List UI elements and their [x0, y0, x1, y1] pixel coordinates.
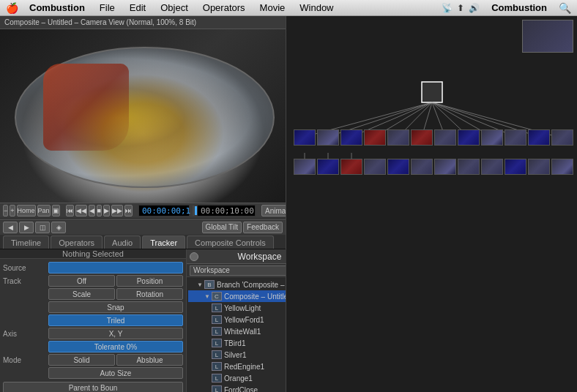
layer-icon-8: L — [212, 385, 222, 392]
layer-icon-5: L — [212, 350, 222, 359]
menu-edit[interactable]: Edit — [124, 1, 152, 15]
fit-btn[interactable]: ▣ — [52, 205, 60, 216]
triled-btn[interactable]: Triled — [48, 314, 183, 326]
menu-movie[interactable]: Movie — [254, 1, 291, 15]
source-value-btn[interactable] — [48, 262, 183, 274]
node-thumb2-12[interactable] — [551, 159, 573, 175]
node-mini-preview — [522, 20, 573, 53]
node-thumb-5[interactable] — [387, 129, 409, 146]
tree-layer-fordclose: FordClose — [224, 386, 258, 393]
node-thumb-7[interactable] — [434, 129, 456, 146]
go-end-btn[interactable]: ⏭ — [124, 205, 133, 216]
menubar-right: 📡 ⬆ 🔊 Combustion 🔍 — [442, 1, 571, 15]
node-area[interactable]: ↖ — [286, 16, 577, 392]
xy-btn[interactable]: X, Y — [48, 328, 183, 339]
menu-file[interactable]: File — [94, 1, 121, 15]
play-btn[interactable]: ▶ — [103, 205, 110, 216]
back-btn[interactable]: ◀ — [89, 205, 95, 216]
tab-audio[interactable]: Audio — [104, 235, 141, 249]
node-thumb2-5[interactable] — [387, 159, 409, 175]
node-thumb2-11[interactable] — [528, 159, 550, 175]
layer-icon-7: L — [212, 374, 222, 382]
menu-window[interactable]: Window — [294, 1, 339, 15]
nothing-selected-label: Nothing Selected — [0, 249, 186, 259]
node-thumb-10[interactable] — [505, 129, 526, 146]
scale-btn[interactable]: Scale — [48, 288, 115, 300]
tree-layer-yellowford: YellowFord1 — [224, 316, 264, 324]
menu-object[interactable]: Object — [155, 1, 194, 15]
blank-label5 — [3, 367, 47, 379]
parent-btn[interactable]: Parent to Boun — [3, 382, 183, 392]
node-thumb2-4[interactable] — [364, 159, 386, 175]
timecode-current[interactable]: 00:00:00;1 — [138, 205, 190, 216]
menu-operators[interactable]: Operators — [197, 1, 251, 15]
zoom-in-btn[interactable]: + — [10, 205, 15, 216]
step-fwd-btn[interactable]: ▶▶ — [111, 205, 123, 216]
nav-btn3[interactable]: ◫ — [35, 222, 50, 233]
position-btn[interactable]: Position — [116, 275, 183, 287]
tab-composite-controls[interactable]: Composite Controls — [187, 235, 274, 249]
solid-btn[interactable]: Solid — [48, 354, 115, 366]
zoom-out-btn[interactable]: − — [3, 205, 8, 216]
progress-bar[interactable] — [193, 206, 194, 216]
stop-btn[interactable]: ■ — [97, 205, 102, 216]
node-thumb2-7[interactable] — [434, 159, 456, 175]
home-btn[interactable]: Home — [17, 205, 36, 216]
node-thumb-9[interactable] — [481, 129, 503, 146]
nav-btn4[interactable]: ◈ — [51, 222, 66, 233]
node-thumb-2[interactable] — [317, 129, 339, 146]
layer-icon-4: L — [212, 339, 222, 347]
node-thumb-6[interactable] — [411, 129, 433, 146]
node-thumb2-10[interactable] — [505, 159, 526, 175]
node-thumb-4[interactable] — [364, 129, 386, 146]
tolerante-btn[interactable]: Tolerante 0% — [48, 341, 183, 353]
node-thumb-11[interactable] — [528, 129, 550, 146]
node-thumb-1[interactable] — [294, 129, 316, 146]
node-thumb-12[interactable] — [551, 129, 573, 146]
rotation-btn[interactable]: Rotation — [116, 288, 183, 300]
bottom-section: Nothing Selected Source Track Off Positi… — [0, 249, 286, 392]
tab-operators[interactable]: Operators — [51, 235, 103, 249]
properties-panel: Nothing Selected Source Track Off Positi… — [0, 249, 187, 392]
node-thumb2-8[interactable] — [458, 159, 480, 175]
workspace-close-btn[interactable] — [190, 252, 198, 261]
tab-tracker[interactable]: Tracker — [142, 235, 185, 249]
tab-timeline[interactable]: Timeline — [3, 235, 49, 249]
node-thumb-8[interactable] — [458, 129, 480, 146]
step-back-btn[interactable]: ◀◀ — [75, 205, 87, 216]
node-thumb2-9[interactable] — [481, 159, 503, 175]
timecode-end: 00:00;10:00 — [197, 205, 256, 216]
source-label: Source — [3, 262, 47, 274]
feedback-btn[interactable]: Feedback — [243, 222, 283, 233]
axis-label: Axis — [3, 328, 47, 339]
node-thumb2-6[interactable] — [411, 159, 433, 175]
menu-combustion[interactable]: Combustion — [23, 1, 91, 15]
auto-size-btn[interactable]: Auto Size — [48, 367, 183, 379]
off-btn[interactable]: Off — [48, 275, 115, 287]
camera-view-panel: Composite – Untitled – Camera View (Norm… — [0, 16, 286, 392]
node-thumb2-2[interactable] — [317, 159, 339, 175]
layer-icon-3: L — [212, 327, 222, 336]
nav-fwd-btn[interactable]: ▶ — [19, 222, 34, 233]
main-content: Composite – Untitled – Camera View (Norm… — [0, 16, 577, 392]
track-label: Track — [3, 275, 47, 287]
blank-label2 — [3, 301, 47, 313]
properties-grid: Source Track Off Position Scale Rotation… — [0, 259, 186, 392]
go-start-btn[interactable]: ⏮ — [66, 205, 74, 216]
pan-btn[interactable]: Pan — [37, 205, 51, 216]
branch-icon: B — [204, 280, 215, 289]
node-thumb2-3[interactable] — [340, 159, 362, 175]
comp-icon: C — [212, 292, 222, 301]
node-thumb-3[interactable] — [340, 129, 362, 146]
node-thumb2-1[interactable] — [294, 159, 316, 175]
global-tilt-dropdown[interactable]: Global Tilt — [202, 222, 242, 233]
search-icon[interactable]: 🔍 — [559, 2, 571, 14]
apple-logo-icon[interactable]: 🍎 — [6, 2, 18, 14]
camera-viewport[interactable] — [0, 29, 286, 203]
menubar-system-icons: 📡 ⬆ 🔊 — [442, 3, 480, 13]
blank-label3 — [3, 314, 47, 326]
nav-back-btn[interactable]: ◀ — [3, 222, 18, 233]
snap-btn[interactable]: Snap — [48, 301, 183, 313]
node-connections-svg — [286, 16, 577, 392]
absblue-btn[interactable]: Absblue — [116, 354, 183, 366]
